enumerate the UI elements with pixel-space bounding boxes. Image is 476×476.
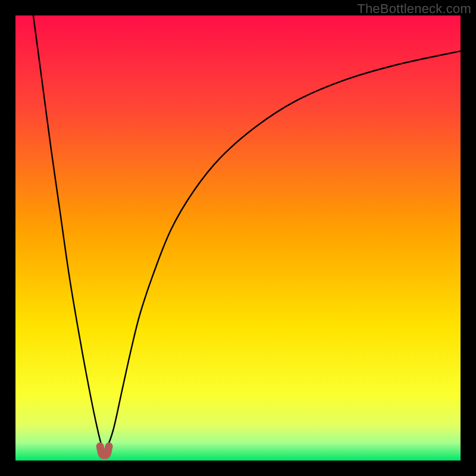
chart-background (15, 15, 461, 461)
chart-svg (15, 15, 461, 461)
watermark-text: TheBottleneck.com (357, 1, 471, 17)
chart-frame: TheBottleneck.com (0, 0, 476, 476)
chart-plot-area (15, 15, 461, 461)
